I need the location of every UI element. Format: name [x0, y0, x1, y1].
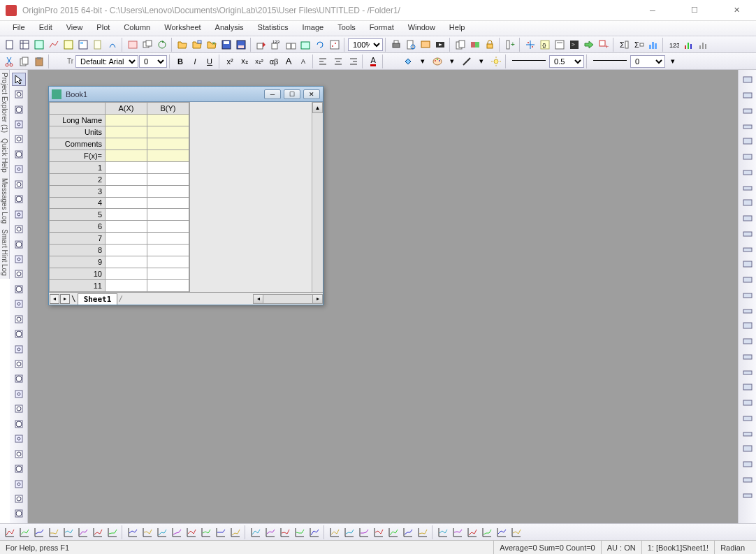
- meta-row-header[interactable]: Units: [50, 126, 106, 138]
- zoom-rect-icon[interactable]: [12, 417, 26, 430]
- row-header[interactable]: 4: [50, 197, 106, 209]
- cell[interactable]: [106, 280, 147, 292]
- rotate-icon[interactable]: [12, 432, 26, 446]
- btn5-icon[interactable]: [12, 447, 26, 460]
- graph-type-12-icon[interactable]: [184, 525, 198, 539]
- new-matrix-icon[interactable]: [61, 38, 75, 52]
- graph-type-13-icon[interactable]: [199, 525, 213, 539]
- bars2-icon[interactable]: [696, 38, 710, 52]
- tab-first-button[interactable]: ◂: [50, 294, 59, 304]
- open-template-icon[interactable]: [190, 38, 204, 52]
- menu-window[interactable]: Window: [401, 21, 442, 36]
- graph-type-7-icon[interactable]: [106, 525, 119, 539]
- command-window-icon[interactable]: >: [567, 38, 581, 52]
- paste-icon[interactable]: [32, 54, 46, 68]
- draw-data-icon[interactable]: [12, 193, 26, 206]
- vertical-scrollbar[interactable]: ▲: [312, 102, 323, 292]
- cell[interactable]: [147, 280, 189, 292]
- obj-tool-12-icon[interactable]: [741, 257, 755, 271]
- corner-cell[interactable]: [50, 103, 106, 115]
- obj-tool-2-icon[interactable]: [741, 103, 755, 117]
- menu-plot[interactable]: Plot: [89, 21, 117, 36]
- cell[interactable]: [106, 268, 147, 280]
- scroll-left-button[interactable]: ◂: [254, 295, 263, 303]
- menu-format[interactable]: Format: [363, 21, 401, 36]
- graph-type-2-icon[interactable]: [32, 525, 46, 539]
- recalc-icon[interactable]: [155, 38, 169, 52]
- minimize-button[interactable]: ─: [639, 2, 667, 19]
- menu-image[interactable]: Image: [296, 21, 331, 36]
- cell[interactable]: [147, 221, 189, 233]
- graph-type-23-icon[interactable]: [357, 525, 371, 539]
- column-header[interactable]: B(Y): [147, 103, 189, 115]
- meta-row-header[interactable]: Long Name: [50, 114, 106, 126]
- underline-icon[interactable]: U: [203, 54, 217, 68]
- graph-type-0-icon[interactable]: [3, 525, 17, 539]
- cursor-icon[interactable]: [12, 147, 26, 161]
- code-builder-icon[interactable]: {}: [538, 38, 552, 52]
- align-center-icon[interactable]: [331, 54, 345, 68]
- arrow-icon[interactable]: [12, 222, 26, 235]
- horizontal-scrollbar[interactable]: ◂ ▸: [253, 294, 323, 304]
- cell[interactable]: [147, 150, 189, 161]
- reimport-icon[interactable]: [313, 38, 327, 52]
- row-header[interactable]: 10: [50, 268, 106, 280]
- print-preview-icon[interactable]: [404, 38, 418, 52]
- add-object-icon[interactable]: +: [597, 38, 611, 52]
- cell[interactable]: [147, 114, 189, 126]
- light-icon[interactable]: [489, 54, 503, 68]
- cell[interactable]: [106, 150, 147, 161]
- sigma-row-icon[interactable]: Σ: [632, 38, 646, 52]
- roi-icon[interactable]: [12, 342, 26, 356]
- cell[interactable]: [147, 173, 189, 185]
- obj-tool-10-icon[interactable]: [741, 226, 755, 240]
- results-log-icon[interactable]: [553, 38, 567, 52]
- graph-type-30-icon[interactable]: [465, 525, 479, 539]
- worksheet-grid[interactable]: A(X)B(Y)Long NameUnitsCommentsF(x)=12345…: [49, 102, 189, 292]
- new-function-icon[interactable]: [106, 38, 119, 52]
- obj-tool-8-icon[interactable]: [741, 196, 755, 210]
- graph-type-1-icon[interactable]: [17, 525, 31, 539]
- obj-tool-20-icon[interactable]: [741, 380, 755, 394]
- obj-tool-3-icon[interactable]: [741, 119, 755, 133]
- scroll-right-button[interactable]: ▸: [312, 295, 322, 303]
- menu-worksheet[interactable]: Worksheet: [157, 21, 208, 36]
- new-graph-icon[interactable]: [47, 38, 61, 52]
- new-layout-icon[interactable]: [76, 38, 90, 52]
- freehand-icon[interactable]: [12, 327, 26, 340]
- cell[interactable]: [106, 173, 147, 185]
- sheet-empty-area[interactable]: ▲: [189, 102, 323, 292]
- row-header[interactable]: 8: [50, 245, 106, 256]
- graph-type-19-icon[interactable]: [293, 525, 307, 539]
- hist-icon[interactable]: [646, 38, 660, 52]
- cell[interactable]: [106, 138, 147, 150]
- print-icon[interactable]: [389, 38, 403, 52]
- pointer-icon[interactable]: [12, 73, 26, 86]
- obj-tool-13-icon[interactable]: [741, 272, 755, 286]
- palette-icon[interactable]: [430, 54, 444, 68]
- menu-analysis[interactable]: Analysis: [208, 21, 251, 36]
- open-icon[interactable]: [175, 38, 189, 52]
- menu-view[interactable]: View: [59, 21, 90, 36]
- meta-row-header[interactable]: Comments: [50, 138, 106, 150]
- cell[interactable]: [147, 138, 189, 150]
- cell[interactable]: [147, 233, 189, 245]
- supersubscript-icon[interactable]: x₂²: [252, 54, 266, 68]
- cell[interactable]: [106, 197, 147, 209]
- panel-tab-smart-hint-log[interactable]: Smart Hint Log: [0, 226, 10, 279]
- cell[interactable]: [147, 256, 189, 268]
- obj-tool-27-icon[interactable]: [741, 488, 755, 502]
- row-header[interactable]: 11: [50, 280, 106, 292]
- sigma-col-icon[interactable]: Σ: [617, 38, 631, 52]
- graph-type-8-icon[interactable]: [126, 525, 140, 539]
- child-maximize-button[interactable]: ☐: [284, 89, 300, 99]
- cell[interactable]: [147, 185, 189, 197]
- cell[interactable]: [106, 185, 147, 197]
- cell[interactable]: [147, 209, 189, 221]
- arrow-size-combo[interactable]: 0: [630, 55, 665, 68]
- btn3-icon[interactable]: [12, 387, 26, 400]
- subscript-icon[interactable]: x₂: [238, 54, 252, 68]
- import-single-icon[interactable]: 123: [269, 38, 283, 52]
- graph-type-26-icon[interactable]: [401, 525, 415, 539]
- curve-icon[interactable]: [12, 252, 26, 265]
